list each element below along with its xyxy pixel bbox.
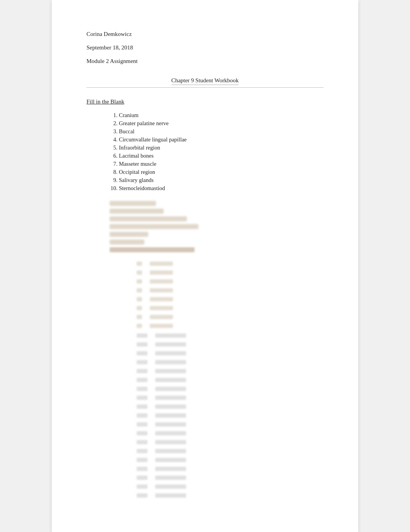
fill-in-blank-list-container: CraniumGreater palatine nerveBuccalCircu… <box>86 112 324 192</box>
blurred-sub-line <box>137 270 142 275</box>
blurred-sub-line <box>137 413 147 418</box>
blurred-sub-line <box>137 306 142 310</box>
list-item: Occipital region <box>119 169 324 175</box>
blurred-sub-line <box>150 306 173 310</box>
blurred-sub-line <box>150 270 173 275</box>
blurred-sub-line <box>137 458 147 462</box>
blurred-sub-line <box>155 378 186 382</box>
blurred-sub-line <box>155 422 186 427</box>
list-item: Lacrimal bones <box>119 153 324 159</box>
blurred-sub-line <box>155 493 186 498</box>
blurred-sub-line <box>150 297 173 301</box>
blurred-line <box>110 209 164 214</box>
blurred-sub-line <box>155 405 186 409</box>
blurred-numbered-lines <box>110 201 324 252</box>
blurred-sub-line <box>137 288 142 292</box>
module-assignment: Module 2 Assignment <box>86 58 324 65</box>
document-page: Corina Demkowicz September 18, 2018 Modu… <box>52 0 358 532</box>
date: September 18, 2018 <box>86 44 324 51</box>
blurred-sub-line <box>137 422 147 427</box>
blurred-sub-line <box>155 396 186 400</box>
blurred-sub-line <box>137 405 147 409</box>
blurred-sub-line <box>155 449 186 453</box>
blurred-sub-line <box>155 387 186 391</box>
blurred-line <box>110 240 144 245</box>
blurred-sub-line <box>137 387 147 391</box>
chapter-title: Chapter 9 Student Workbook <box>171 77 239 85</box>
chapter-title-wrapper: Chapter 9 Student Workbook <box>86 77 324 88</box>
blurred-sub-line <box>137 378 147 382</box>
blurred-sub-line <box>137 467 147 471</box>
blurred-sub-line <box>150 279 173 284</box>
list-item: Buccal <box>119 128 324 135</box>
blurred-sub-line <box>137 333 147 338</box>
blurred-sub-line <box>155 351 186 355</box>
blurred-sub-line <box>155 458 186 462</box>
blurred-sub-line <box>155 360 186 364</box>
blurred-sub-line <box>137 262 142 266</box>
blurred-sub-line <box>137 324 142 328</box>
blurred-sub-line <box>137 476 147 480</box>
list-item: Circumvallate lingual papillae <box>119 136 324 143</box>
blurred-sub-line <box>150 262 173 266</box>
blurred-sub-line <box>155 484 186 489</box>
blurred-line <box>110 216 187 221</box>
answer-list: CraniumGreater palatine nerveBuccalCircu… <box>110 112 324 192</box>
blurred-sub-line <box>155 413 186 418</box>
blurred-sub-line <box>137 449 147 453</box>
blurred-section <box>86 201 324 500</box>
blurred-sub-line <box>137 431 147 435</box>
blurred-sub-line <box>137 297 142 301</box>
blurred-sub-line <box>137 315 142 319</box>
blurred-sub-line <box>137 484 147 489</box>
blurred-sub-line <box>155 467 186 471</box>
blurred-sub-line <box>155 342 186 347</box>
blurred-sub-line <box>137 342 147 347</box>
list-item: Salivary glands <box>119 177 324 184</box>
list-item: Cranium <box>119 112 324 119</box>
blurred-heading <box>110 247 195 252</box>
blurred-sub-line <box>137 351 147 355</box>
list-item: Greater palatine nerve <box>119 120 324 127</box>
blurred-sub-line <box>155 431 186 435</box>
author-name: Corina Demkowicz <box>86 31 324 37</box>
blurred-line <box>110 232 148 237</box>
blurred-sub-line <box>155 369 186 373</box>
list-item: Masseter muscle <box>119 161 324 167</box>
blurred-line <box>110 224 198 229</box>
blurred-sub-line <box>137 279 142 284</box>
blurred-sub-line <box>150 315 173 319</box>
blurred-sub-section <box>110 262 324 500</box>
section-title: Fill in the Blank <box>86 99 324 105</box>
blurred-sub-line <box>137 360 147 364</box>
blurred-sub-line <box>155 440 186 444</box>
blurred-sub-line <box>137 440 147 444</box>
list-item: Infraorbital region <box>119 144 324 151</box>
list-item: Sternocleidomastiod <box>119 185 324 192</box>
blurred-sub-line <box>155 333 186 338</box>
blurred-sub-line <box>150 288 173 292</box>
blurred-sub-line <box>137 369 147 373</box>
blurred-sub-line <box>137 396 147 400</box>
blurred-line <box>110 201 156 206</box>
blurred-sub-line <box>150 324 173 328</box>
blurred-sub-line <box>155 476 186 480</box>
blurred-sub-line <box>137 493 147 498</box>
